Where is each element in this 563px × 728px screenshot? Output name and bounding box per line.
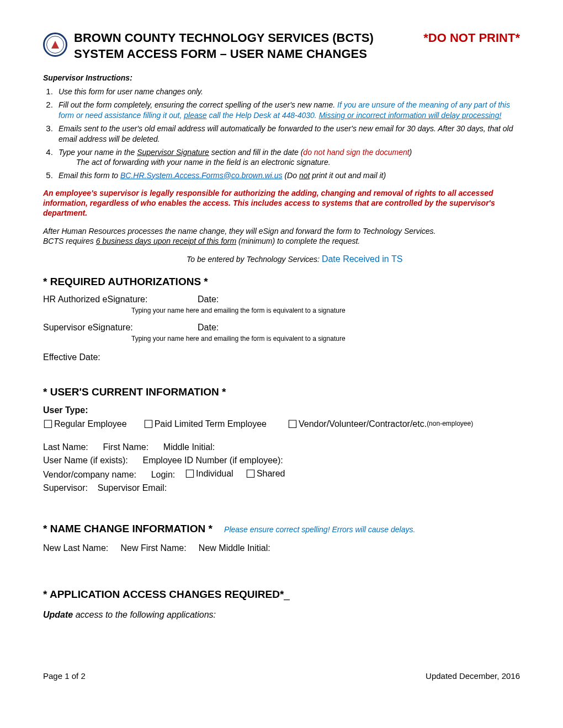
new-last-name-label: New Last Name: [43, 543, 108, 553]
hr-date-label: Date: [198, 294, 219, 306]
supervisor-signature-label: Supervisor eSignature: [43, 322, 198, 334]
user-name-label: User Name (if exists): [43, 456, 128, 465]
name-change-heading: * NAME CHANGE INFORMATION * Please ensur… [43, 522, 520, 536]
hr-signature-row: HR Authorized eSignature: Date: [43, 294, 520, 306]
do-not-print-label: *DO NOT PRINT* [423, 30, 520, 46]
name-change-note: Please ensure correct spelling! Errors w… [224, 525, 415, 534]
login-shared-checkbox[interactable]: ☐ Shared [246, 467, 285, 480]
user-type-options: ☐Regular Employee ☐ Paid Limited Term Em… [43, 419, 520, 430]
ts-date-received-field[interactable]: Date Received in TS [322, 254, 402, 264]
instruction-item: Type your name in the Supervisor Signatu… [55, 147, 520, 168]
instructions-list: Use this form for user name changes only… [43, 86, 520, 180]
update-access-line: Update access to the following applicati… [43, 609, 520, 621]
effective-date-label: Effective Date: [43, 352, 520, 363]
required-authorizations-heading: * REQUIRED AUTHORIZATIONS * [43, 275, 520, 289]
title-line-1: BROWN COUNTY TECHNOLOGY SERVICES (BCTS) [74, 30, 374, 46]
employee-id-label: Employee ID Number (if employee): [142, 456, 283, 465]
user-type-label: User Type: [43, 405, 520, 416]
vendor-checkbox[interactable]: ☐ Vendor/Volunteer/Contractor/etc. (non-… [288, 419, 473, 430]
middle-initial-label: Middle Initial: [163, 442, 215, 452]
vendor-company-label: Vendor/company name: [43, 470, 136, 479]
user-current-info-heading: * USER'S CURRENT INFORMATION * [43, 386, 520, 399]
name-change-fields: New Last Name: New First Name: New Middl… [43, 542, 520, 555]
regular-employee-checkbox[interactable]: ☐Regular Employee [43, 419, 127, 430]
supervisor-date-label: Date: [198, 322, 219, 334]
supervisor-label: Supervisor: [43, 483, 88, 493]
email-link[interactable]: BC.HR.System.Access.Forms@co.brown.wi.us [120, 171, 283, 180]
page-number: Page 1 of 2 [43, 671, 86, 682]
first-name-label: First Name: [103, 442, 148, 452]
instruction-item: Emails sent to the user's old email addr… [55, 123, 520, 144]
county-seal-icon [43, 33, 67, 57]
last-name-label: Last Name: [43, 442, 88, 452]
title-line-2: SYSTEM ACCESS FORM – USER NAME CHANGES [74, 46, 520, 62]
new-middle-initial-label: New Middle Initial: [199, 543, 270, 553]
signature-note: Typing your name here and emailing the f… [131, 335, 520, 344]
login-individual-checkbox[interactable]: ☐ Individual [185, 467, 233, 480]
supervisor-email-label: Supervisor Email: [98, 483, 167, 493]
page-footer: Page 1 of 2 Updated December, 2016 [43, 671, 520, 682]
new-first-name-label: New First Name: [121, 543, 187, 553]
title-block: BROWN COUNTY TECHNOLOGY SERVICES (BCTS) … [74, 30, 520, 62]
paid-limited-term-checkbox[interactable]: ☐ Paid Limited Term Employee [144, 419, 267, 430]
hr-signature-label: HR Authorized eSignature: [43, 294, 198, 306]
checkbox-icon: ☐ [185, 468, 195, 479]
checkbox-icon: ☐ [246, 468, 256, 479]
app-access-heading: * APPLICATION ACCESS CHANGES REQUIRED*_ [43, 588, 520, 602]
instruction-item: Use this form for user name changes only… [55, 86, 520, 97]
after-hr-line-1: After Human Resources processes the name… [43, 226, 520, 236]
instructions-heading: Supervisor Instructions: [43, 73, 520, 83]
instruction-item: Email this form to BC.HR.System.Access.F… [55, 170, 520, 181]
document-header: BROWN COUNTY TECHNOLOGY SERVICES (BCTS) … [43, 30, 520, 62]
after-hr-line-2: BCTS requires 6 business days upon recei… [43, 236, 520, 246]
checkbox-icon: ☐ [288, 419, 298, 430]
supervisor-signature-row: Supervisor eSignature: Date: [43, 322, 520, 334]
instruction-item: Fill out the form completely, ensuring t… [55, 99, 520, 121]
user-fields: Last Name: First Name: Middle Initial: U… [43, 441, 520, 495]
checkbox-icon: ☐ [43, 419, 53, 430]
login-label: Login: [151, 470, 176, 479]
signature-note: Typing your name here and emailing the f… [131, 307, 520, 315]
legal-notice: An employee's supervisor is legally resp… [43, 188, 520, 218]
ts-received-line: To be entered by Technology Services: Da… [43, 254, 520, 265]
checkbox-icon: ☐ [144, 419, 153, 430]
updated-date: Updated December, 2016 [426, 671, 520, 682]
